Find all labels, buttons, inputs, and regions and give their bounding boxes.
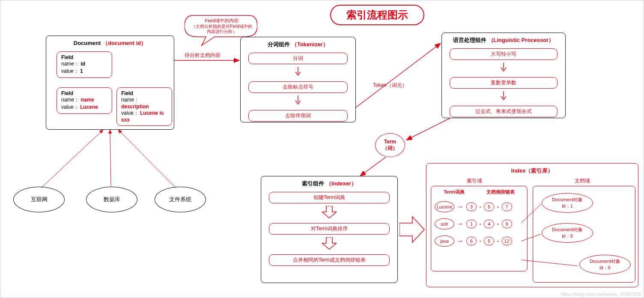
indexer-box: 索引组件 （Indexer） 创建Term词典 对Term词典排序 合并相同的T… bbox=[261, 176, 398, 283]
document-box: Document （document id） Field name： id va… bbox=[46, 36, 174, 130]
watermark: https://blog.csdn.net/weixin_41947378 bbox=[561, 292, 641, 297]
token-label: Token（词元） bbox=[373, 82, 407, 89]
diagram-canvas: 索引流程图示 Field域中的内容 （文档分析指的是对Field域中的内容进行分… bbox=[0, 0, 644, 298]
svg-line-2 bbox=[118, 130, 176, 188]
document-title: Document （document id） bbox=[46, 36, 174, 49]
svg-line-4 bbox=[356, 43, 441, 107]
source-internet: 互联网 bbox=[13, 187, 65, 212]
tokenizer-step-3: 去除停用词 bbox=[248, 110, 348, 122]
diagram-title: 索引流程图示 bbox=[330, 5, 424, 25]
arrow-label-analyze: 待分析文档内容 bbox=[185, 52, 221, 59]
index-domain-box: Term词典 文档倒排链表 Lucene → 3- 5- 7 solr → 1-… bbox=[431, 186, 528, 271]
tokenizer-title: 分词组件 （Tokenizer） bbox=[241, 37, 355, 50]
svg-line-0 bbox=[41, 130, 103, 188]
index-title: Index（索引库） bbox=[426, 164, 638, 176]
svg-line-6 bbox=[360, 157, 386, 176]
field-id: Field name： id value： 1 bbox=[57, 51, 112, 78]
index-box: Index（索引库） 索引域 文档域 Term词典 文档倒排链表 Lucene … bbox=[426, 163, 638, 287]
tokenizer-box: 分词组件 （Tokenizer） 分词 去除标点符号 去除停用词 bbox=[240, 37, 356, 122]
tokenizer-step-1: 分词 bbox=[248, 53, 348, 64]
linguistic-title: 语言处理组件 （Linguistic Processor） bbox=[442, 33, 565, 46]
indexer-step-3: 合并相同的Term成文档倒排链表 bbox=[269, 254, 390, 266]
doc-domain-box: Document对象id：1 Document对象id：9 Document对象… bbox=[533, 186, 635, 283]
bubble-line1: Field域中的内容 bbox=[190, 18, 254, 24]
bubble-line2: （文档分析指的是对Field域中的内容进行分析） bbox=[190, 24, 254, 34]
tokenizer-step-2: 去除标点符号 bbox=[248, 81, 348, 93]
indexer-title: 索引组件 （Indexer） bbox=[261, 176, 397, 189]
source-database: 数据库 bbox=[86, 187, 137, 212]
linguistic-step-1: 大写转小写 bbox=[450, 48, 558, 60]
doc-obj-1: Document对象id：1 bbox=[542, 193, 593, 213]
svg-line-5 bbox=[406, 118, 450, 140]
field-description: Field name： description value： Lucene is… bbox=[116, 87, 172, 126]
indexer-step-2: 对Term词典排序 bbox=[269, 223, 390, 235]
indexer-to-index-arrow bbox=[400, 215, 425, 246]
svg-line-1 bbox=[110, 130, 111, 187]
linguistic-step-3: 过去式、将来式变现在式 bbox=[450, 106, 558, 117]
field-name: Field name： name value： Lucene bbox=[57, 87, 112, 114]
posting-list-header: 文档倒排链表 bbox=[486, 189, 515, 195]
indexer-step-1: 创建Term词典 bbox=[269, 192, 390, 203]
term-lucene: Lucene bbox=[435, 201, 454, 212]
term-dict-header: Term词典 bbox=[444, 189, 464, 195]
source-filesystem: 文件系统 bbox=[155, 187, 206, 212]
doc-obj-3: Document对象id：6 bbox=[579, 255, 631, 274]
term-solr: solr bbox=[435, 218, 454, 229]
term-ellipse: Term （词） bbox=[375, 133, 405, 157]
linguistic-box: 语言处理组件 （Linguistic Processor） 大写转小写 复数变单… bbox=[441, 33, 566, 118]
index-col-header-1: 索引域 bbox=[467, 177, 482, 185]
index-col-header-2: 文档域 bbox=[575, 177, 590, 185]
linguistic-step-2: 复数变单数 bbox=[450, 77, 558, 89]
doc-obj-2: Document对象id：9 bbox=[542, 223, 593, 243]
term-java: java bbox=[435, 235, 454, 247]
